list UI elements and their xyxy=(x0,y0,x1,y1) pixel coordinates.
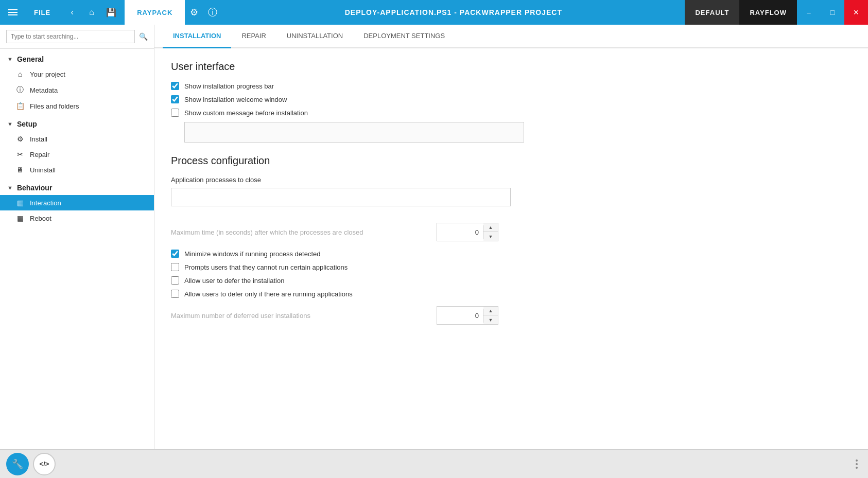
behaviour-label: Behaviour xyxy=(17,184,52,192)
hamburger-menu[interactable] xyxy=(6,7,20,17)
sidebar-item-repair[interactable]: ✂ Repair xyxy=(0,147,154,162)
max-time-spinner-buttons: ▲ ▼ xyxy=(483,223,498,241)
save-button[interactable]: 💾 xyxy=(102,3,120,22)
minimize-windows-checkbox[interactable] xyxy=(171,250,179,258)
minimize-windows-label[interactable]: Minimize windows if running process dete… xyxy=(184,250,320,258)
tab-uninstallation[interactable]: UNINSTALLATION xyxy=(276,25,353,48)
tab-repair[interactable]: REPAIR xyxy=(231,25,276,48)
show-welcome-window-label[interactable]: Show installation welcome window xyxy=(184,96,287,103)
max-time-label: Maximum time (in seconds) after which th… xyxy=(171,228,428,236)
tab-bar: INSTALLATION REPAIR UNINSTALLATION DEPLO… xyxy=(154,25,868,48)
checkbox-row-minimize-windows: Minimize windows if running process dete… xyxy=(171,250,852,258)
process-config-title: Process configuration xyxy=(171,155,852,167)
sidebar-item-install[interactable]: ⚙ Install xyxy=(0,131,154,147)
window-title: DEPLOY-APPLICATION.PS1 - PACKWRAPPER PRO… xyxy=(222,8,685,16)
uninstall-label: Uninstall xyxy=(30,166,56,174)
show-welcome-window-checkbox[interactable] xyxy=(171,95,179,103)
default-mode-button[interactable]: DEFAULT xyxy=(685,0,739,25)
uninstall-icon: 🖥 xyxy=(15,166,25,174)
close-button[interactable]: ✕ xyxy=(844,0,868,25)
nav-buttons: ‹ ⌂ 💾 xyxy=(63,3,120,22)
dot-3 xyxy=(856,467,858,469)
max-deferred-spinner: 0 ▲ ▼ xyxy=(437,306,498,325)
sidebar-item-metadata[interactable]: ⓘ Metadata xyxy=(0,82,154,98)
defer-running-checkbox[interactable] xyxy=(171,290,179,298)
interaction-label: Interaction xyxy=(30,199,61,207)
reboot-icon: ▦ xyxy=(15,214,25,222)
setup-group-header[interactable]: ▼ Setup xyxy=(0,114,154,131)
behaviour-chevron: ▼ xyxy=(7,185,13,191)
defer-install-label[interactable]: Allow user to defer the installation xyxy=(184,277,284,285)
raypack-tab[interactable]: RAYPACK xyxy=(125,0,185,25)
interaction-icon: ▦ xyxy=(15,199,25,207)
general-chevron: ▼ xyxy=(7,56,13,62)
defer-install-checkbox[interactable] xyxy=(171,276,179,285)
defer-running-label[interactable]: Allow users to defer only if there are r… xyxy=(184,290,353,298)
prompts-users-checkbox[interactable] xyxy=(171,263,179,271)
search-icon: 🔍 xyxy=(139,32,148,41)
bottom-bar: 🔧 </> xyxy=(0,449,868,478)
general-label: General xyxy=(17,55,44,63)
sidebar: 🔍 ▼ General ⌂ Your project ⓘ Metadata 📋 … xyxy=(0,25,154,449)
setup-chevron: ▼ xyxy=(7,121,13,127)
files-folders-label: Files and folders xyxy=(30,102,79,110)
max-deferred-spinner-buttons: ▲ ▼ xyxy=(483,307,498,324)
checkbox-row-prompts-users: Prompts users that they cannot run certa… xyxy=(171,263,852,271)
dot-1 xyxy=(856,459,858,462)
checkbox-row-custom-message: Show custom message before installation xyxy=(171,109,852,117)
app-processes-input[interactable] xyxy=(171,188,511,206)
rayflow-mode-button[interactable]: RAYFLOW xyxy=(739,0,797,25)
raypack-label: RAYPACK xyxy=(137,9,172,16)
custom-message-textarea[interactable] xyxy=(184,122,524,143)
tab-deployment-settings[interactable]: DEPLOYMENT SETTINGS xyxy=(353,25,455,48)
home-icon: ⌂ xyxy=(15,70,25,78)
file-menu[interactable]: FILE xyxy=(22,0,63,25)
home-button[interactable]: ⌂ xyxy=(82,3,101,22)
max-time-decrement[interactable]: ▼ xyxy=(483,232,498,241)
show-custom-message-label[interactable]: Show custom message before installation xyxy=(184,109,308,117)
sidebar-item-your-project[interactable]: ⌂ Your project xyxy=(0,66,154,82)
files-icon: 📋 xyxy=(15,102,25,110)
sidebar-item-uninstall[interactable]: 🖥 Uninstall xyxy=(0,162,154,178)
sidebar-item-reboot[interactable]: ▦ Reboot xyxy=(0,210,154,226)
repair-label: Repair xyxy=(30,151,49,158)
show-progress-bar-checkbox[interactable] xyxy=(171,82,179,90)
prompts-users-label[interactable]: Prompts users that they cannot run certa… xyxy=(184,263,348,271)
wrench-button[interactable]: 🔧 xyxy=(6,453,29,475)
sidebar-item-interaction[interactable]: ▦ Interaction xyxy=(0,195,154,210)
tab-installation[interactable]: INSTALLATION xyxy=(163,25,231,48)
titlebar: FILE ‹ ⌂ 💾 RAYPACK ⚙ ⓘ DEPLOY-APPLICATIO… xyxy=(0,0,868,25)
user-interface-title: User interface xyxy=(171,61,852,73)
window-controls: DEFAULT RAYFLOW – □ ✕ xyxy=(685,0,868,25)
max-time-row: Maximum time (in seconds) after which th… xyxy=(171,223,852,241)
maximize-button[interactable]: □ xyxy=(821,0,844,25)
max-deferred-increment[interactable]: ▲ xyxy=(483,307,498,315)
code-icon: </> xyxy=(40,460,49,468)
max-time-spinner: 0 ▲ ▼ xyxy=(437,223,498,241)
checkbox-row-defer-running: Allow users to defer only if there are r… xyxy=(171,290,852,298)
max-deferred-value: 0 xyxy=(437,309,483,323)
code-button[interactable]: </> xyxy=(33,453,56,475)
content-inner: User interface Show installation progres… xyxy=(154,48,868,345)
sidebar-item-files-folders[interactable]: 📋 Files and folders xyxy=(0,98,154,114)
reboot-label: Reboot xyxy=(30,215,51,222)
metadata-label: Metadata xyxy=(30,86,58,94)
search-input[interactable] xyxy=(6,30,135,43)
info-icon[interactable]: ⓘ xyxy=(203,3,222,22)
max-time-increment[interactable]: ▲ xyxy=(483,223,498,232)
more-options-button[interactable] xyxy=(852,455,862,473)
repair-icon: ✂ xyxy=(15,150,25,158)
max-deferred-row: Maximum number of deferred user installa… xyxy=(171,306,852,325)
install-label: Install xyxy=(30,135,47,143)
minimize-button[interactable]: – xyxy=(797,0,821,25)
back-button[interactable]: ‹ xyxy=(63,3,81,22)
behaviour-group-header[interactable]: ▼ Behaviour xyxy=(0,178,154,195)
max-deferred-decrement[interactable]: ▼ xyxy=(483,315,498,324)
show-progress-bar-label[interactable]: Show installation progress bar xyxy=(184,82,274,90)
main-layout: 🔍 ▼ General ⌂ Your project ⓘ Metadata 📋 … xyxy=(0,25,868,449)
settings-icon[interactable]: ⚙ xyxy=(185,3,203,22)
general-group-header[interactable]: ▼ General xyxy=(0,49,154,66)
info-circle-icon: ⓘ xyxy=(15,85,25,95)
show-custom-message-checkbox[interactable] xyxy=(171,109,179,117)
checkbox-row-welcome-window: Show installation welcome window xyxy=(171,95,852,103)
